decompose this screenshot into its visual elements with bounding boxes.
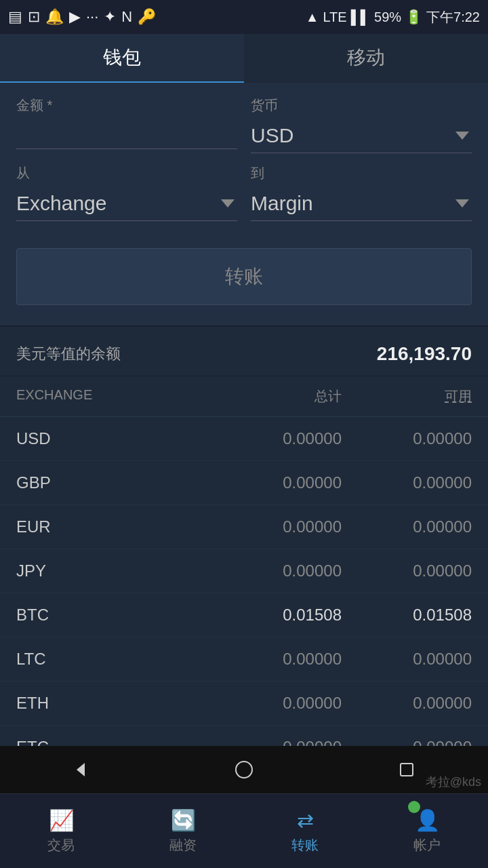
to-group: 到 Margin xyxy=(251,164,472,221)
svg-rect-2 xyxy=(401,764,413,776)
tab-header: 钱包 移动 xyxy=(0,34,488,83)
nav-finance[interactable]: 🔄 融资 xyxy=(122,794,244,868)
total-cell: 0.01508 xyxy=(211,606,342,625)
total-cell: 0.00000 xyxy=(211,561,342,580)
bluetooth-icon: ✦ xyxy=(104,8,116,26)
tab-move[interactable]: 移动 xyxy=(244,34,488,83)
nav-transfer[interactable]: ⇄ 转账 xyxy=(244,794,366,868)
from-chevron-icon xyxy=(221,199,235,208)
from-group: 从 Exchange xyxy=(16,164,237,221)
online-indicator xyxy=(408,801,420,813)
currency-label: 货币 xyxy=(251,96,472,115)
currency-cell: ETH xyxy=(16,694,211,713)
to-chevron-icon xyxy=(455,199,469,208)
send-icon: ▶ xyxy=(69,8,81,26)
amount-label: 金额 * xyxy=(16,96,237,115)
available-cell: 0.01508 xyxy=(342,606,472,625)
nfc-icon: N xyxy=(121,8,132,26)
currency-cell: USD xyxy=(16,429,211,448)
signal-bars: ▌▌ xyxy=(351,9,370,25)
col-available: 可用 xyxy=(342,387,472,406)
currency-cell: GBP xyxy=(16,473,211,492)
home-button[interactable] xyxy=(227,753,261,787)
from-label: 从 xyxy=(16,164,237,182)
bottom-nav: 📈 交易 🔄 融资 ⇄ 转账 👤 帐户 xyxy=(0,793,488,868)
transfer-button[interactable]: 转账 xyxy=(16,248,472,305)
system-nav xyxy=(0,746,488,793)
table-row: ETH 0.00000 0.00000 xyxy=(0,682,488,726)
watermark: 考拉@kds xyxy=(426,774,481,790)
available-cell: 0.00000 xyxy=(342,517,472,536)
lte-label: LTE xyxy=(323,9,346,25)
notification-icon: ▤ xyxy=(8,8,22,26)
currency-cell: EUR xyxy=(16,517,211,536)
amount-input[interactable] xyxy=(16,119,237,149)
battery-icon: 🔋 xyxy=(405,9,422,25)
currency-cell: BTC xyxy=(16,606,211,625)
svg-point-1 xyxy=(236,762,252,778)
available-cell: 0.00000 xyxy=(342,561,472,580)
to-select[interactable]: Margin xyxy=(251,186,472,221)
transfer-icon: ⇄ xyxy=(297,808,314,832)
status-left: ▤ ⊡ 🔔 ▶ ··· ✦ N 🔑 xyxy=(8,8,156,26)
bell-icon: 🔔 xyxy=(45,8,64,26)
status-bar: ▤ ⊡ 🔔 ▶ ··· ✦ N 🔑 ▲ LTE ▌▌ 59% 🔋 下午7:22 xyxy=(0,0,488,34)
from-select[interactable]: Exchange xyxy=(16,186,237,221)
total-cell: 0.00000 xyxy=(211,473,342,492)
app-icon: ⊡ xyxy=(28,8,40,26)
available-cell: 0.00000 xyxy=(342,650,472,669)
dots-icon: ··· xyxy=(86,8,98,26)
currency-group: 货币 USD xyxy=(251,96,472,153)
currency-chevron-icon xyxy=(455,132,469,140)
nav-transfer-label: 转账 xyxy=(291,836,319,854)
table-row: BTC 0.01508 0.01508 xyxy=(0,593,488,637)
transfer-form: 金额 * 货币 USD 从 Exchange 到 Margin xyxy=(0,83,488,327)
balance-section: 美元等值的余额 216,193.70 xyxy=(0,327,488,376)
table-row: EUR 0.00000 0.00000 xyxy=(0,505,488,549)
trade-icon: 📈 xyxy=(49,808,74,832)
key-icon: 🔑 xyxy=(138,8,156,26)
nav-trade-label: 交易 xyxy=(47,836,75,854)
currency-cell: JPY xyxy=(16,561,211,580)
nav-trade[interactable]: 📈 交易 xyxy=(0,794,122,868)
currency-value: USD xyxy=(251,124,293,147)
table-row: LTC 0.00000 0.00000 xyxy=(0,637,488,682)
amount-group: 金额 * xyxy=(16,96,237,153)
total-cell: 0.00000 xyxy=(211,517,342,536)
clock: 下午7:22 xyxy=(426,8,480,26)
nav-finance-label: 融资 xyxy=(169,836,197,854)
available-cell: 0.00000 xyxy=(342,694,472,713)
battery-pct: 59% xyxy=(374,9,401,25)
available-cell: 0.00000 xyxy=(342,473,472,492)
nav-account[interactable]: 👤 帐户 xyxy=(366,794,488,868)
signal-icon: ▲ xyxy=(306,9,319,25)
exchange-header: EXCHANGE 总计 可用 xyxy=(0,376,488,417)
balance-label: 美元等值的余额 xyxy=(16,344,121,364)
exchange-title: EXCHANGE xyxy=(16,387,211,406)
available-cell: 0.00000 xyxy=(342,429,472,448)
table-row: USD 0.00000 0.00000 xyxy=(0,417,488,461)
currency-cell: LTC xyxy=(16,650,211,669)
account-icon: 👤 xyxy=(415,808,440,832)
col-total: 总计 xyxy=(211,387,342,406)
back-button[interactable] xyxy=(64,753,98,787)
currency-select[interactable]: USD xyxy=(251,119,472,153)
total-cell: 0.00000 xyxy=(211,650,342,669)
total-cell: 0.00000 xyxy=(211,694,342,713)
to-label: 到 xyxy=(251,164,472,182)
table-row: GBP 0.00000 0.00000 xyxy=(0,461,488,505)
from-value: Exchange xyxy=(16,192,106,215)
to-value: Margin xyxy=(251,192,313,215)
finance-icon: 🔄 xyxy=(171,808,196,832)
recents-button[interactable] xyxy=(390,753,424,787)
svg-marker-0 xyxy=(77,763,85,776)
balance-value: 216,193.70 xyxy=(377,343,472,365)
total-cell: 0.00000 xyxy=(211,429,342,448)
status-right: ▲ LTE ▌▌ 59% 🔋 下午7:22 xyxy=(306,8,480,26)
nav-account-label: 帐户 xyxy=(413,836,441,854)
table-row: JPY 0.00000 0.00000 xyxy=(0,549,488,593)
tab-wallet[interactable]: 钱包 xyxy=(0,34,244,83)
